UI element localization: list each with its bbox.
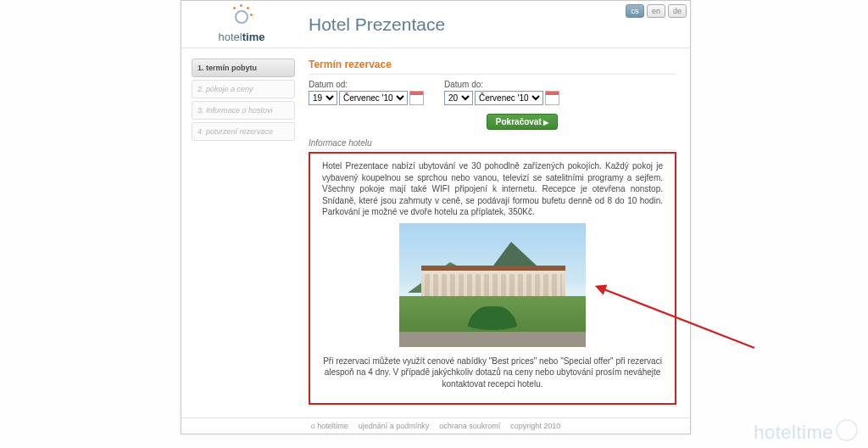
clock-icon: [836, 419, 858, 441]
language-switch: cs en de: [626, 4, 687, 18]
body: 1. termín pobytu 2. pokoje a ceny 3. Inf…: [181, 48, 690, 405]
date-from: Datum od: 19 Červenec '10: [309, 80, 424, 105]
wizard-step-1[interactable]: 1. termín pobytu: [192, 59, 295, 77]
date-to-month-select[interactable]: Červenec '10: [475, 91, 543, 105]
hotel-info-p1: Hotel Prezentace nabízí ubytování ve 30 …: [322, 160, 663, 218]
wizard-step-3[interactable]: 3. Informace o hostovi: [192, 101, 295, 120]
hotel-info-heading: Informace hotelu: [309, 138, 676, 150]
booking-card: cs en de hoteltime Hotel Prezentace 1. t…: [181, 0, 691, 434]
footer-about-link[interactable]: o hoteltime: [311, 422, 348, 430]
continue-button[interactable]: Pokračovat: [487, 114, 558, 130]
calendar-icon[interactable]: [409, 91, 424, 105]
date-to-label: Datum do:: [444, 80, 559, 89]
wizard-step-4[interactable]: 4. potvrzení rezervace: [192, 122, 295, 141]
brand-name: hoteltime: [219, 31, 265, 43]
lang-cs-button[interactable]: cs: [626, 4, 644, 18]
date-from-label: Datum od:: [309, 80, 424, 89]
footer: o hoteltime ujednání a podmínky ochrana …: [181, 417, 690, 434]
footer-privacy-link[interactable]: ochrana soukromí: [439, 422, 500, 430]
date-from-day-select[interactable]: 19: [309, 91, 337, 105]
date-to: Datum do: 20 Červenec '10: [444, 80, 559, 105]
term-heading: Termín rezervace: [309, 59, 676, 75]
hotel-photo: [399, 223, 586, 347]
clock-icon: [230, 5, 253, 29]
footer-copyright: copyright 2010: [510, 422, 560, 430]
header: hoteltime Hotel Prezentace: [181, 1, 690, 48]
footer-terms-link[interactable]: ujednání a podmínky: [359, 422, 430, 430]
watermark: hoteltime: [754, 422, 858, 445]
date-from-month-select[interactable]: Červenec '10: [339, 91, 408, 105]
wizard-step-2[interactable]: 2. pokoje a ceny: [192, 80, 295, 98]
hotel-info-box: Hotel Prezentace nabízí ubytování ve 30 …: [309, 152, 676, 405]
lang-de-button[interactable]: de: [668, 4, 687, 18]
hotel-info-p2: Při rezervaci můžete využít cenové nabíd…: [322, 356, 663, 390]
calendar-icon[interactable]: [545, 91, 559, 105]
date-row: Datum od: 19 Červenec '10 Datum do: 20 Č…: [309, 80, 676, 105]
main-column: Termín rezervace Datum od: 19 Červenec '…: [309, 59, 676, 405]
lang-en-button[interactable]: en: [647, 4, 665, 18]
brand-logo: hoteltime: [195, 5, 288, 43]
page-title: Hotel Prezentace: [309, 14, 445, 35]
date-to-day-select[interactable]: 20: [444, 91, 473, 105]
wizard-steps: 1. termín pobytu 2. pokoje a ceny 3. Inf…: [192, 59, 295, 405]
